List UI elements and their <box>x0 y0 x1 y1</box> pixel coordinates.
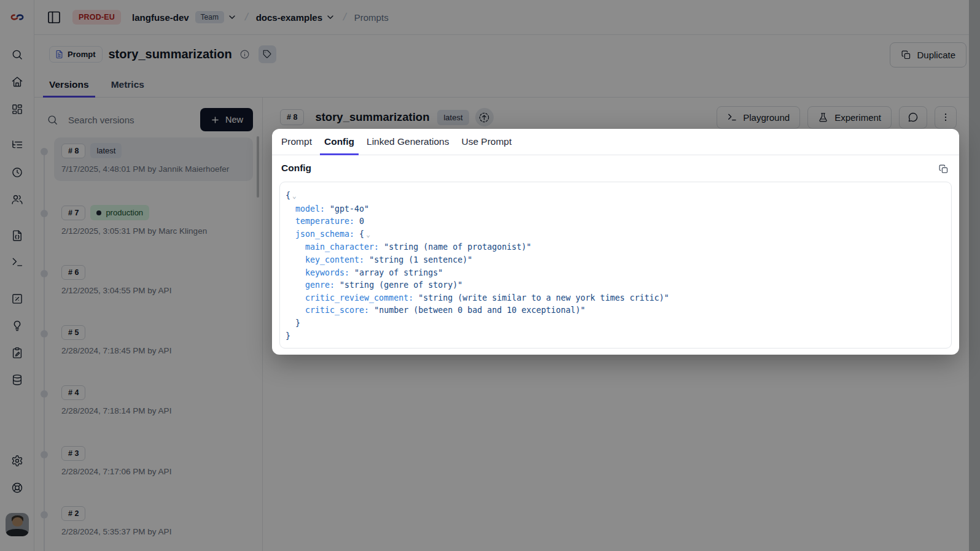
config-code-line: } <box>286 317 946 330</box>
config-code-line: model: "gpt-4o" <box>286 203 946 216</box>
config-code-line: key_content: "string (1 sentence)" <box>286 254 946 267</box>
detail-tab-linked-generations[interactable]: Linked Generations <box>362 129 453 155</box>
detail-tab-use-prompt[interactable]: Use Prompt <box>457 129 516 155</box>
collapse-chevron-icon[interactable]: ⌄ <box>292 192 297 200</box>
prompt-detail-card: PromptConfigLinked GenerationsUse Prompt… <box>272 129 959 355</box>
config-code-line: {⌄ <box>286 190 946 203</box>
collapse-chevron-icon[interactable]: ⌄ <box>366 231 370 239</box>
config-code-line: genre: "string (genre of story)" <box>286 279 946 292</box>
config-code-line: critic_score: "number (between 0 bad and… <box>286 304 946 317</box>
config-code-line: temperature: 0 <box>286 215 946 228</box>
config-code-line: critic_review_comment: "string (write si… <box>286 292 946 305</box>
config-code-line: } <box>286 330 946 343</box>
config-code-line: json_schema: {⌄ <box>286 228 946 242</box>
detail-tab-prompt[interactable]: Prompt <box>277 129 316 155</box>
config-code-line: main_character: "string (name of protago… <box>286 241 946 254</box>
config-section-title: Config <box>281 163 311 174</box>
detail-tab-config[interactable]: Config <box>320 129 359 155</box>
copy-config-button[interactable] <box>935 161 951 177</box>
detail-tabs: PromptConfigLinked GenerationsUse Prompt <box>272 129 959 155</box>
config-section-header: Config <box>272 155 959 181</box>
config-code-line: keywords: "array of strings" <box>286 267 946 280</box>
copy-icon <box>938 164 949 174</box>
config-json-viewer: {⌄ model: "gpt-4o" temperature: 0 json_s… <box>279 182 952 349</box>
